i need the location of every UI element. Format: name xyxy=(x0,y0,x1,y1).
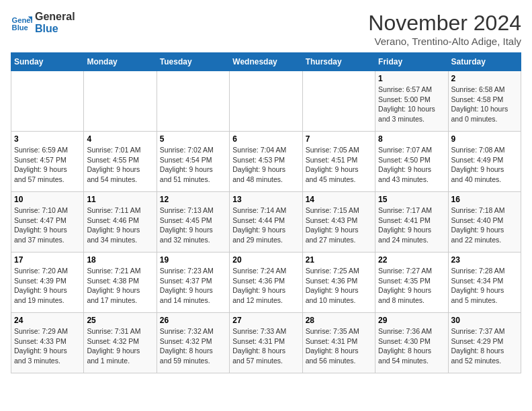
day-number: 29 xyxy=(378,316,445,325)
day-number: 2 xyxy=(451,74,518,83)
calendar-cell: 2Sunrise: 6:58 AM Sunset: 4:58 PM Daylig… xyxy=(448,71,521,132)
calendar-cell: 10Sunrise: 7:10 AM Sunset: 4:47 PM Dayli… xyxy=(11,192,84,253)
location-title: Verano, Trentino-Alto Adige, Italy xyxy=(368,36,521,47)
day-info: Sunrise: 7:17 AM Sunset: 4:41 PM Dayligh… xyxy=(378,205,445,245)
calendar-week-2: 3Sunrise: 6:59 AM Sunset: 4:57 PM Daylig… xyxy=(11,132,521,192)
day-info: Sunrise: 7:10 AM Sunset: 4:47 PM Dayligh… xyxy=(14,205,81,245)
day-info: Sunrise: 7:08 AM Sunset: 4:49 PM Dayligh… xyxy=(451,145,518,185)
day-info: Sunrise: 7:05 AM Sunset: 4:51 PM Dayligh… xyxy=(306,145,372,185)
day-info: Sunrise: 7:01 AM Sunset: 4:55 PM Dayligh… xyxy=(87,145,153,185)
calendar-cell: 29Sunrise: 7:36 AM Sunset: 4:30 PM Dayli… xyxy=(375,313,448,373)
day-number: 22 xyxy=(378,255,445,265)
day-info: Sunrise: 6:58 AM Sunset: 4:58 PM Dayligh… xyxy=(451,85,518,124)
calendar-cell xyxy=(157,71,229,132)
day-info: Sunrise: 7:29 AM Sunset: 4:33 PM Dayligh… xyxy=(14,326,81,366)
calendar-cell: 25Sunrise: 7:31 AM Sunset: 4:32 PM Dayli… xyxy=(84,313,157,373)
calendar-cell: 21Sunrise: 7:25 AM Sunset: 4:36 PM Dayli… xyxy=(302,253,375,313)
calendar-cell: 28Sunrise: 7:35 AM Sunset: 4:31 PM Dayli… xyxy=(302,313,375,373)
day-number: 28 xyxy=(306,316,372,325)
calendar-cell: 12Sunrise: 7:13 AM Sunset: 4:45 PM Dayli… xyxy=(157,192,229,253)
calendar-cell: 27Sunrise: 7:33 AM Sunset: 4:31 PM Dayli… xyxy=(230,313,302,373)
calendar-cell: 22Sunrise: 7:27 AM Sunset: 4:35 PM Dayli… xyxy=(375,253,448,313)
page-header: General Blue General Blue November 2024 … xyxy=(11,11,521,47)
day-info: Sunrise: 7:15 AM Sunset: 4:43 PM Dayligh… xyxy=(306,205,372,245)
logo-line2: Blue xyxy=(35,23,75,35)
day-number: 9 xyxy=(451,134,518,144)
day-number: 30 xyxy=(451,316,518,325)
day-number: 27 xyxy=(232,316,299,325)
day-info: Sunrise: 7:02 AM Sunset: 4:54 PM Dayligh… xyxy=(160,145,226,185)
day-info: Sunrise: 7:37 AM Sunset: 4:29 PM Dayligh… xyxy=(451,326,518,366)
day-number: 16 xyxy=(451,195,518,204)
day-number: 25 xyxy=(87,316,153,325)
calendar-cell: 1Sunrise: 6:57 AM Sunset: 5:00 PM Daylig… xyxy=(375,71,448,132)
day-number: 24 xyxy=(14,316,81,325)
day-info: Sunrise: 7:04 AM Sunset: 4:53 PM Dayligh… xyxy=(232,145,299,185)
day-number: 1 xyxy=(378,74,445,83)
calendar-cell: 17Sunrise: 7:20 AM Sunset: 4:39 PM Dayli… xyxy=(11,253,84,313)
day-number: 7 xyxy=(306,134,372,144)
day-info: Sunrise: 6:57 AM Sunset: 5:00 PM Dayligh… xyxy=(378,85,445,124)
header-sunday: Sunday xyxy=(11,53,84,71)
day-info: Sunrise: 7:36 AM Sunset: 4:30 PM Dayligh… xyxy=(378,326,445,366)
day-number: 21 xyxy=(306,255,372,265)
header-friday: Friday xyxy=(375,53,448,71)
calendar-cell xyxy=(11,71,84,132)
calendar-cell: 15Sunrise: 7:17 AM Sunset: 4:41 PM Dayli… xyxy=(375,192,448,253)
calendar-week-4: 17Sunrise: 7:20 AM Sunset: 4:39 PM Dayli… xyxy=(11,253,521,313)
logo-icon: General Blue xyxy=(11,12,32,34)
day-info: Sunrise: 7:18 AM Sunset: 4:40 PM Dayligh… xyxy=(451,205,518,245)
svg-text:Blue: Blue xyxy=(12,24,28,32)
calendar-table: SundayMondayTuesdayWednesdayThursdayFrid… xyxy=(11,52,521,373)
calendar-cell: 4Sunrise: 7:01 AM Sunset: 4:55 PM Daylig… xyxy=(84,132,157,192)
month-title: November 2024 xyxy=(368,11,521,36)
logo: General Blue General Blue xyxy=(11,11,75,34)
day-info: Sunrise: 7:21 AM Sunset: 4:38 PM Dayligh… xyxy=(87,266,153,306)
day-info: Sunrise: 7:20 AM Sunset: 4:39 PM Dayligh… xyxy=(14,266,81,306)
calendar-cell: 26Sunrise: 7:32 AM Sunset: 4:32 PM Dayli… xyxy=(157,313,229,373)
day-number: 10 xyxy=(14,195,81,204)
day-info: Sunrise: 7:28 AM Sunset: 4:34 PM Dayligh… xyxy=(451,266,518,306)
day-number: 20 xyxy=(232,255,299,265)
calendar-cell: 18Sunrise: 7:21 AM Sunset: 4:38 PM Dayli… xyxy=(84,253,157,313)
calendar-cell: 19Sunrise: 7:23 AM Sunset: 4:37 PM Dayli… xyxy=(157,253,229,313)
day-info: Sunrise: 7:07 AM Sunset: 4:50 PM Dayligh… xyxy=(378,145,445,185)
day-number: 18 xyxy=(87,255,153,265)
calendar-cell: 8Sunrise: 7:07 AM Sunset: 4:50 PM Daylig… xyxy=(375,132,448,192)
day-number: 26 xyxy=(160,316,226,325)
calendar-cell: 5Sunrise: 7:02 AM Sunset: 4:54 PM Daylig… xyxy=(157,132,229,192)
day-number: 12 xyxy=(160,195,226,204)
calendar-cell: 23Sunrise: 7:28 AM Sunset: 4:34 PM Dayli… xyxy=(448,253,521,313)
header-tuesday: Tuesday xyxy=(157,53,229,71)
day-info: Sunrise: 7:35 AM Sunset: 4:31 PM Dayligh… xyxy=(306,326,372,366)
header-row: SundayMondayTuesdayWednesdayThursdayFrid… xyxy=(11,53,521,71)
day-number: 14 xyxy=(306,195,372,204)
day-number: 3 xyxy=(14,134,81,144)
day-info: Sunrise: 7:13 AM Sunset: 4:45 PM Dayligh… xyxy=(160,205,226,245)
calendar-cell: 3Sunrise: 6:59 AM Sunset: 4:57 PM Daylig… xyxy=(11,132,84,192)
day-number: 15 xyxy=(378,195,445,204)
day-number: 11 xyxy=(87,195,153,204)
calendar-week-3: 10Sunrise: 7:10 AM Sunset: 4:47 PM Dayli… xyxy=(11,192,521,253)
calendar-cell: 16Sunrise: 7:18 AM Sunset: 4:40 PM Dayli… xyxy=(448,192,521,253)
calendar-cell: 9Sunrise: 7:08 AM Sunset: 4:49 PM Daylig… xyxy=(448,132,521,192)
calendar-cell: 14Sunrise: 7:15 AM Sunset: 4:43 PM Dayli… xyxy=(302,192,375,253)
day-number: 8 xyxy=(378,134,445,144)
calendar-cell xyxy=(230,71,302,132)
day-number: 13 xyxy=(232,195,299,204)
day-info: Sunrise: 7:32 AM Sunset: 4:32 PM Dayligh… xyxy=(160,326,226,366)
calendar-cell: 20Sunrise: 7:24 AM Sunset: 4:36 PM Dayli… xyxy=(230,253,302,313)
day-info: Sunrise: 7:33 AM Sunset: 4:31 PM Dayligh… xyxy=(232,326,299,366)
calendar-cell: 11Sunrise: 7:11 AM Sunset: 4:46 PM Dayli… xyxy=(84,192,157,253)
calendar-cell: 24Sunrise: 7:29 AM Sunset: 4:33 PM Dayli… xyxy=(11,313,84,373)
calendar-cell xyxy=(302,71,375,132)
day-info: Sunrise: 7:14 AM Sunset: 4:44 PM Dayligh… xyxy=(232,205,299,245)
calendar-week-1: 1Sunrise: 6:57 AM Sunset: 5:00 PM Daylig… xyxy=(11,71,521,132)
day-info: Sunrise: 7:23 AM Sunset: 4:37 PM Dayligh… xyxy=(160,266,226,306)
day-info: Sunrise: 7:27 AM Sunset: 4:35 PM Dayligh… xyxy=(378,266,445,306)
calendar-cell xyxy=(84,71,157,132)
day-number: 5 xyxy=(160,134,226,144)
day-number: 4 xyxy=(87,134,153,144)
header-thursday: Thursday xyxy=(302,53,375,71)
day-number: 23 xyxy=(451,255,518,265)
